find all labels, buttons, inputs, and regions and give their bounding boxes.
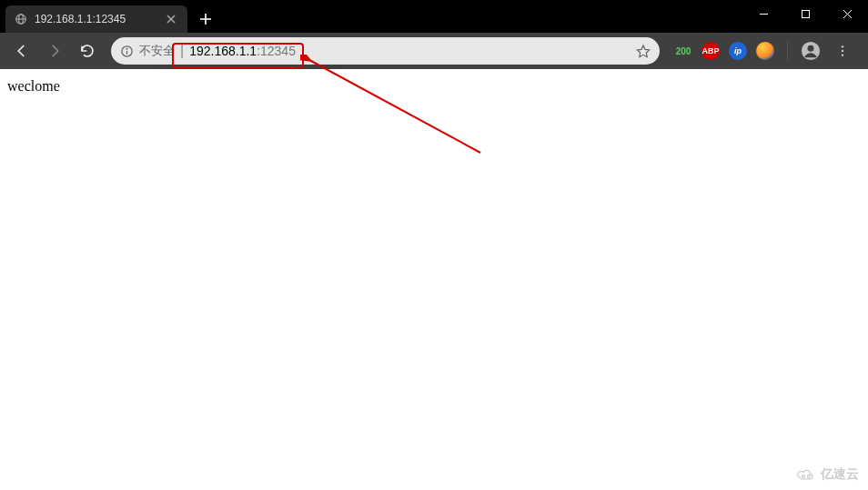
close-tab-icon[interactable] xyxy=(164,12,178,26)
svg-point-22 xyxy=(802,475,805,477)
svg-point-19 xyxy=(842,54,843,55)
extensions-area: 200 ABP ip xyxy=(669,41,861,61)
ip-extension-icon[interactable]: ip xyxy=(729,42,747,60)
maximize-button[interactable] xyxy=(784,0,826,27)
window-controls xyxy=(742,0,868,27)
svg-point-18 xyxy=(842,50,843,52)
page-body-text: weclome xyxy=(7,78,60,94)
forward-button[interactable] xyxy=(40,36,69,65)
globe-icon xyxy=(15,13,27,25)
url-port: :12345 xyxy=(257,44,296,58)
abp-extension-icon[interactable]: ABP xyxy=(701,42,720,60)
kebab-menu-icon[interactable] xyxy=(830,44,855,58)
window-titlebar: 192.168.1.1:12345 xyxy=(0,0,868,33)
watermark: 亿速云 xyxy=(795,466,859,483)
minimize-button[interactable] xyxy=(742,0,784,27)
url-text: 192.168.1.1:12345 xyxy=(189,44,296,58)
insecure-label: 不安全 xyxy=(139,43,175,59)
svg-point-17 xyxy=(842,45,843,47)
svg-point-16 xyxy=(808,45,814,52)
info-icon[interactable] xyxy=(120,45,134,58)
back-button[interactable] xyxy=(7,36,36,65)
tab-strip: 192.168.1.1:12345 xyxy=(0,0,218,33)
watermark-text: 亿速云 xyxy=(821,466,859,483)
svg-point-23 xyxy=(808,475,811,477)
browser-toolbar: 不安全 | 192.168.1.1:12345 200 ABP ip xyxy=(0,33,868,69)
url-host: 192.168.1.1 xyxy=(189,44,257,58)
close-window-button[interactable] xyxy=(826,0,868,27)
status-extension-icon[interactable]: 200 xyxy=(674,42,692,60)
bookmark-star-icon[interactable] xyxy=(636,44,651,58)
tab-title: 192.168.1.1:12345 xyxy=(35,13,156,25)
browser-tab[interactable]: 192.168.1.1:12345 xyxy=(5,5,187,33)
new-tab-button[interactable] xyxy=(193,6,218,32)
svg-marker-14 xyxy=(637,45,649,57)
reload-button[interactable] xyxy=(73,36,102,65)
svg-point-13 xyxy=(126,48,127,49)
toolbar-divider xyxy=(787,42,788,60)
circle-extension-icon[interactable] xyxy=(756,42,774,60)
svg-rect-8 xyxy=(802,10,809,17)
page-content: weclome xyxy=(0,69,868,104)
profile-avatar-icon[interactable] xyxy=(801,41,821,61)
address-bar[interactable]: 不安全 | 192.168.1.1:12345 xyxy=(111,37,660,65)
